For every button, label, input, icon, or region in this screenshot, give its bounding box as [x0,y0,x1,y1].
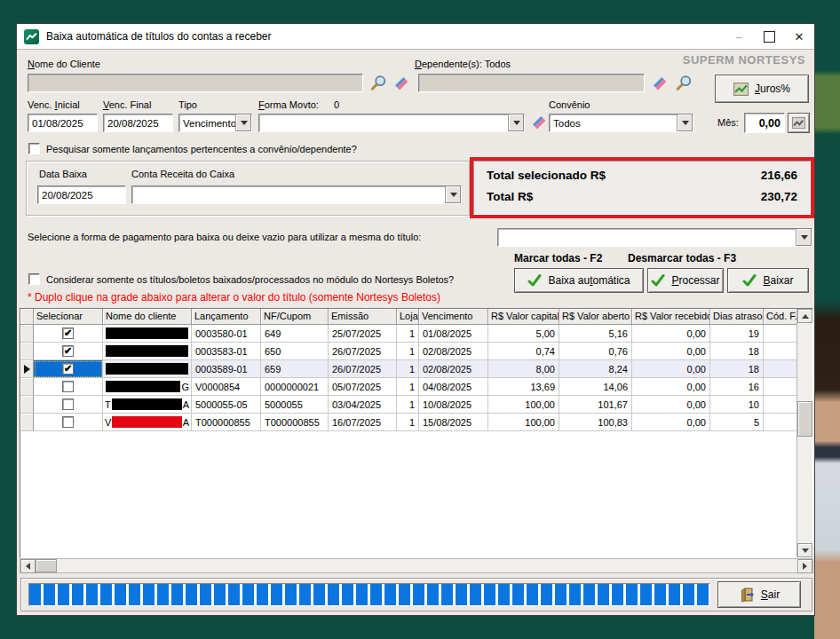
data-baixa-input[interactable] [37,185,126,204]
cell-cod[interactable] [764,325,799,343]
row-selector[interactable] [20,360,34,378]
dependentes-input[interactable] [418,74,645,92]
select-cell[interactable]: ✔ [34,343,103,360]
row-selector[interactable] [20,396,34,414]
titlebar[interactable]: Baixa automática de títulos do contas a … [17,24,814,50]
close-button[interactable]: ✕ [784,24,814,49]
eraser-icon[interactable] [651,75,669,92]
cell-dias[interactable]: 5 [710,414,764,431]
cell-capital[interactable]: 100,00 [488,396,559,414]
cell-capital[interactable]: 100,00 [488,414,559,431]
table-row[interactable]: VAT000000855T00000085516/07/2025115/08/2… [20,414,799,431]
nome-cliente-input[interactable] [28,74,363,92]
client-name-cell[interactable] [103,343,192,360]
cell-nf[interactable]: 650 [261,343,329,360]
cell-aberto[interactable]: 101,67 [559,396,632,414]
cell-nf[interactable]: T000000855 [261,414,329,431]
cell-loja[interactable]: 1 [397,343,419,360]
row-checkbox[interactable] [62,398,74,410]
cell-vencimento[interactable]: 01/08/2025 [419,325,488,343]
client-name-cell[interactable]: TA [103,396,192,414]
scroll-right-button[interactable] [797,559,812,573]
cell-lancamento[interactable]: V0000854 [192,378,261,396]
chevron-down-icon[interactable] [796,229,812,246]
search-icon[interactable] [369,75,387,92]
row-checkbox[interactable] [62,416,74,428]
chevron-down-icon[interactable] [508,114,524,131]
titles-grid[interactable]: SelecionarNome do clienteLançamentoNF/Cu… [20,308,813,558]
cell-vencimento[interactable]: 02/08/2025 [419,360,488,378]
cell-loja[interactable]: 1 [397,396,419,414]
cell-emissao[interactable]: 03/04/2025 [329,396,397,414]
table-row[interactable]: ✔0003589-0165926/07/2025102/08/20258,008… [20,360,799,378]
considerar-checkbox[interactable] [28,273,40,285]
processar-button[interactable]: Processar [647,268,724,293]
cell-emissao[interactable]: 16/07/2025 [329,414,397,431]
cell-emissao[interactable]: 26/07/2025 [329,360,397,378]
table-row[interactable]: TA5000055-05500005503/04/2025110/08/2025… [20,396,799,414]
client-name-cell[interactable] [103,325,192,343]
sair-button[interactable]: Sair [717,581,801,608]
convenio-select[interactable]: Todos [549,114,693,132]
cell-capital[interactable]: 13,69 [488,378,559,396]
cell-aberto[interactable]: 5,16 [559,325,632,343]
juros-button[interactable]: Juros% [715,75,809,103]
baixa-automatica-button[interactable]: Baixa automática [514,268,644,293]
cell-capital[interactable]: 8,00 [488,360,559,378]
cell-emissao[interactable]: 26/07/2025 [329,343,397,360]
select-cell[interactable] [34,396,103,414]
cell-dias[interactable]: 18 [710,343,764,360]
maximize-button[interactable] [754,24,784,49]
minimize-button[interactable]: – [724,24,754,49]
column-header-aberto[interactable]: R$ Valor aberto [559,309,632,325]
column-header-lancamento[interactable]: Lançamento [192,309,261,325]
pesquisar-checkbox[interactable] [28,143,40,154]
row-checkbox[interactable]: ✔ [62,345,74,357]
column-header-rowsel[interactable] [20,309,34,325]
chevron-down-icon[interactable] [677,114,693,131]
tipo-select[interactable]: Vencimento [178,114,252,132]
column-header-dias[interactable]: Dias atraso [710,309,764,325]
scroll-up-button[interactable] [797,309,812,323]
cell-cod[interactable] [764,396,799,414]
mes-chart-button[interactable] [788,113,810,133]
eraser-icon[interactable] [392,75,410,92]
select-cell[interactable]: ✔ [34,325,103,343]
cell-nf[interactable]: 0000000021 [261,378,329,396]
cell-emissao[interactable]: 05/07/2025 [329,378,397,396]
scroll-left-button[interactable] [20,559,36,573]
cell-capital[interactable]: 0,74 [488,343,559,360]
select-cell[interactable] [34,414,103,431]
table-row[interactable]: GV0000854000000002105/07/2025104/08/2025… [20,378,799,396]
cell-cod[interactable] [764,343,799,360]
cell-loja[interactable]: 1 [397,360,419,378]
scroll-down-button[interactable] [797,543,812,557]
client-name-cell[interactable] [103,360,192,378]
chevron-down-icon[interactable] [445,186,461,203]
column-header-cod[interactable]: Cód. F.Pa [764,309,799,325]
cell-recebido[interactable]: 0,00 [632,396,710,414]
cell-lancamento[interactable]: 0003580-01 [192,325,261,343]
cell-cod[interactable] [764,360,799,378]
column-header-nf[interactable]: NF/Cupom [261,309,329,325]
cell-capital[interactable]: 5,00 [488,325,559,343]
select-cell[interactable]: ✔ [34,360,103,378]
cell-vencimento[interactable]: 04/08/2025 [419,378,488,396]
cell-vencimento[interactable]: 10/08/2025 [419,396,488,414]
column-header-loja[interactable]: Loja [397,309,419,325]
cell-aberto[interactable]: 14,06 [559,378,632,396]
row-selector[interactable] [20,325,34,343]
cell-aberto[interactable]: 0,76 [559,343,632,360]
cell-dias[interactable]: 18 [710,360,764,378]
row-selector[interactable] [20,343,34,360]
cell-cod[interactable] [764,378,799,396]
cell-loja[interactable]: 1 [397,414,419,431]
cell-loja[interactable]: 1 [397,325,419,343]
cell-lancamento[interactable]: 0003583-01 [192,343,261,360]
column-header-capital[interactable]: R$ Valor capital [488,309,559,325]
row-selector[interactable] [20,378,34,396]
row-checkbox[interactable]: ✔ [62,327,74,339]
search-icon[interactable] [675,75,693,92]
client-name-cell[interactable]: VA [103,414,192,431]
conta-receita-select[interactable] [131,185,462,204]
